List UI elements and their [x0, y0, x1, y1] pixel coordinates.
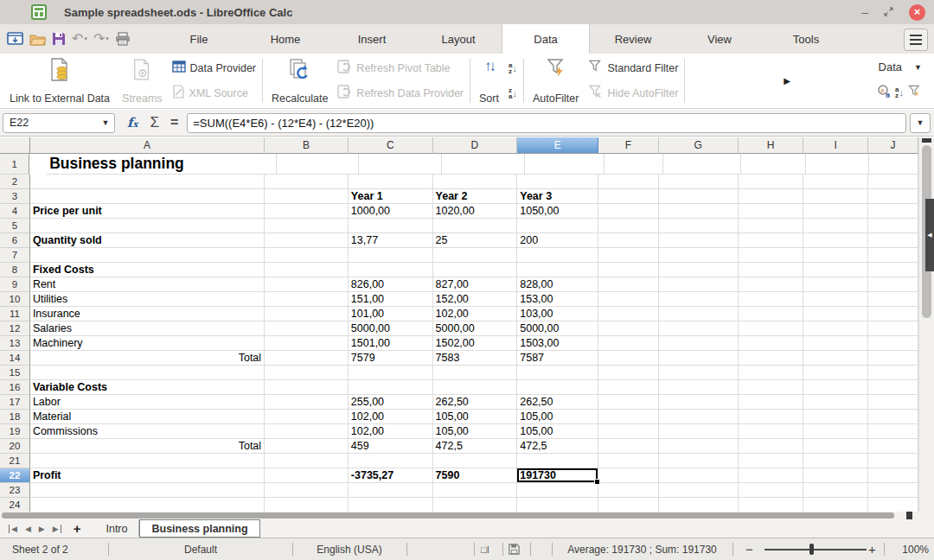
select-all-corner[interactable] — [0, 137, 30, 154]
cell-B16[interactable] — [265, 380, 349, 395]
cell-I3[interactable] — [803, 189, 868, 204]
cell-E7[interactable] — [517, 248, 598, 263]
menu-tab-home[interactable]: Home — [242, 24, 329, 54]
cell-A18[interactable]: Material — [30, 410, 265, 424]
row-header-23[interactable]: 23 — [0, 483, 30, 498]
cell-H15[interactable] — [739, 366, 804, 380]
cell-D10[interactable]: 152,00 — [433, 292, 518, 307]
cell-H2[interactable] — [739, 175, 804, 189]
cell-A6[interactable]: Quantity sold — [30, 233, 265, 248]
cell-G21[interactable] — [659, 454, 739, 468]
menu-tab-insert[interactable]: Insert — [329, 24, 415, 54]
cell-G7[interactable] — [659, 248, 739, 263]
cell-I8[interactable] — [803, 263, 868, 277]
cell-J23[interactable] — [868, 483, 918, 498]
cell-A12[interactable]: Salaries — [30, 321, 265, 336]
cell-A7[interactable] — [30, 248, 265, 263]
cell-B7[interactable] — [265, 248, 349, 263]
row-header-4[interactable]: 4 — [0, 204, 30, 219]
cell-J4[interactable] — [868, 204, 918, 219]
menu-tab-layout[interactable]: Layout — [415, 24, 502, 54]
cell-E19[interactable]: 105,00 — [517, 424, 598, 439]
cell-G18[interactable] — [659, 410, 739, 424]
toolbar-overflow-icon[interactable]: ▶ — [784, 76, 790, 86]
cell-H17[interactable] — [739, 395, 804, 410]
row-header-3[interactable]: 3 — [0, 189, 30, 204]
cell-A23[interactable] — [30, 483, 265, 498]
cell-H7[interactable] — [739, 248, 804, 263]
sort-descending-button[interactable]: za↓ — [509, 82, 517, 105]
cell-G24[interactable] — [659, 498, 739, 512]
cell-D4[interactable]: 1020,00 — [433, 204, 518, 219]
sheet-info[interactable]: Sheet 2 of 2 — [12, 538, 68, 560]
cell-B6[interactable] — [265, 233, 349, 248]
cell-C12[interactable]: 5000,00 — [349, 321, 433, 336]
cell-D1[interactable] — [442, 154, 525, 175]
zoom-in-button[interactable]: + — [868, 538, 876, 560]
cell-F3[interactable] — [598, 189, 659, 204]
cell-E9[interactable]: 828,00 — [517, 277, 598, 292]
cell-E4[interactable]: 1050,00 — [517, 204, 598, 219]
hide-autofilter-button[interactable]: Hide AutoFilter — [588, 82, 678, 105]
load-url-icon[interactable] — [7, 32, 23, 47]
cell-I24[interactable] — [803, 498, 868, 512]
cell-C7[interactable] — [349, 248, 433, 263]
cell-F4[interactable] — [598, 204, 659, 219]
cell-B11[interactable] — [265, 307, 349, 321]
cell-G9[interactable] — [659, 277, 739, 292]
column-header-j[interactable]: J — [868, 137, 918, 154]
menu-tab-review[interactable]: Review — [590, 24, 676, 54]
cell-C24[interactable] — [349, 498, 433, 512]
cell-F23[interactable] — [598, 483, 659, 498]
cell-C22[interactable]: -3735,27 — [349, 468, 433, 483]
cell-F1[interactable] — [605, 154, 664, 175]
menu-tab-data[interactable]: Data — [502, 24, 590, 54]
cell-E21[interactable] — [517, 454, 598, 468]
cell-F19[interactable] — [598, 424, 659, 439]
cell-D21[interactable] — [433, 454, 518, 468]
cell-B14[interactable] — [265, 351, 349, 366]
cell-B18[interactable] — [265, 410, 349, 424]
cell-A20[interactable]: Total — [30, 439, 265, 454]
cell-H5[interactable] — [739, 219, 804, 233]
cell-G8[interactable] — [659, 263, 739, 277]
cell-H18[interactable] — [739, 410, 804, 424]
cell-J16[interactable] — [868, 380, 918, 395]
open-file-icon[interactable] — [29, 33, 46, 46]
cell-I6[interactable] — [803, 233, 868, 248]
cell-B20[interactable] — [265, 439, 349, 454]
cell-B13[interactable] — [265, 336, 349, 351]
print-icon[interactable] — [115, 32, 131, 46]
formula-input[interactable]: =SUM((E4*E6) - (12*E4) - (12*E20)) — [187, 113, 906, 133]
close-button[interactable]: × — [909, 4, 925, 21]
selection-statistics[interactable]: Average: 191730 ; Sum: 191730 — [553, 538, 731, 560]
cell-I5[interactable] — [803, 219, 868, 233]
column-header-h[interactable]: H — [739, 137, 804, 154]
cell-C2[interactable] — [349, 175, 433, 189]
cell-B2[interactable] — [265, 175, 349, 189]
row-header-9[interactable]: 9 — [0, 277, 30, 292]
cell-C14[interactable]: 7579 — [349, 351, 433, 366]
row-header-2[interactable]: 2 — [0, 175, 30, 189]
streams-button[interactable]: Streams — [116, 54, 169, 108]
cell-D18[interactable]: 105,00 — [433, 410, 518, 424]
cell-D24[interactable] — [433, 498, 518, 512]
function-wizard-icon[interactable]: fx — [127, 115, 138, 130]
row-header-6[interactable]: 6 — [0, 233, 30, 248]
cell-E11[interactable]: 103,00 — [517, 307, 598, 321]
page-style[interactable]: Default — [109, 538, 292, 560]
cell-A21[interactable] — [30, 454, 265, 468]
cell-J9[interactable] — [868, 277, 918, 292]
cell-E12[interactable]: 5000,00 — [517, 321, 598, 336]
row-header-14[interactable]: 14 — [0, 351, 30, 366]
cell-I19[interactable] — [803, 424, 868, 439]
next-sheet-icon[interactable]: ▶ — [39, 525, 45, 533]
sidebar-toggle-button[interactable]: ◀ — [925, 199, 934, 271]
column-header-f[interactable]: F — [598, 137, 659, 154]
row-header-10[interactable]: 10 — [0, 292, 30, 307]
zoom-slider-handle[interactable] — [809, 544, 814, 555]
last-sheet-icon[interactable]: ▶ — [53, 525, 61, 533]
cell-A13[interactable]: Machinery — [30, 336, 265, 351]
cell-D6[interactable]: 25 — [433, 233, 518, 248]
sheet-tab-business-planning[interactable]: Business planning — [139, 519, 259, 538]
